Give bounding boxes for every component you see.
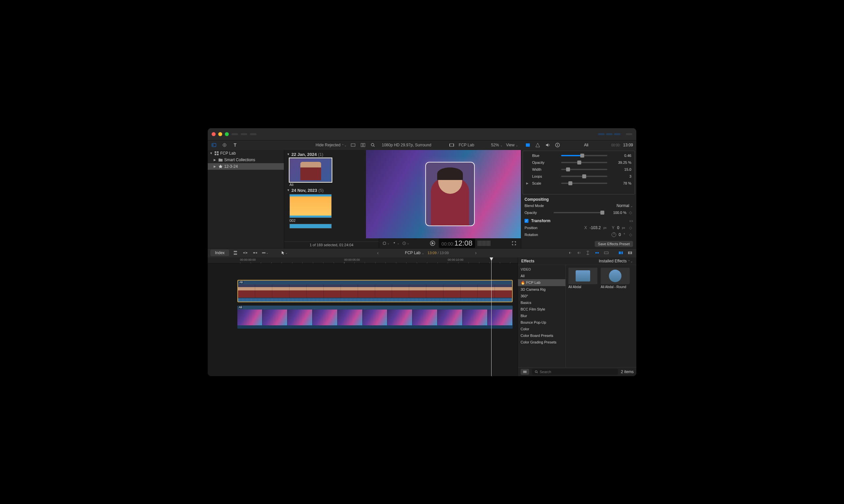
- solo-icon[interactable]: [584, 249, 591, 256]
- effects-search-input[interactable]: [540, 370, 615, 374]
- hide-rejected-dropdown[interactable]: Hide Rejected ⌃⌄: [316, 143, 347, 147]
- keyword-button[interactable]: [241, 133, 247, 135]
- connect-clip-icon[interactable]: [232, 249, 239, 256]
- maximize-window[interactable]: [225, 132, 229, 136]
- inspector-toggle[interactable]: [614, 133, 621, 135]
- inspector-param-row: Opacity 39.25 %: [526, 159, 631, 166]
- effects-category[interactable]: Color Board Presets: [518, 332, 565, 339]
- effects-category[interactable]: 🔥 FCP Lab: [518, 279, 565, 286]
- library-row[interactable]: ▼ FCP Lab: [208, 150, 284, 157]
- effect-preset[interactable]: Ali Abdal - Round: [601, 268, 630, 289]
- history-back-icon[interactable]: ‹: [377, 250, 379, 255]
- audio-skimming-icon[interactable]: [575, 249, 582, 256]
- effects-category[interactable]: Bounce Pop-Up: [518, 319, 565, 326]
- disclosure-icon[interactable]: ▶: [214, 165, 217, 168]
- list-view-icon[interactable]: [359, 141, 366, 149]
- effects-category[interactable]: All: [518, 273, 565, 279]
- retime-tool-icon[interactable]: ⌄: [402, 240, 410, 247]
- effects-thumb-size[interactable]: [521, 369, 529, 375]
- audio-inspector-icon[interactable]: [544, 141, 551, 149]
- date-group-1[interactable]: ▼ 22 Jan, 2024 (1): [287, 152, 376, 157]
- opacity-slider[interactable]: [554, 212, 602, 213]
- snapping-icon[interactable]: [593, 249, 601, 256]
- clip-thumbnail-2[interactable]: 002: [289, 194, 332, 222]
- view-dropdown[interactable]: View ⌄: [506, 143, 518, 147]
- smart-collections-row[interactable]: ▶ Smart Collections: [208, 157, 284, 163]
- param-value[interactable]: 0.46: [610, 154, 631, 158]
- background-tasks-button[interactable]: [250, 133, 256, 135]
- disclosure-icon[interactable]: ▼: [210, 151, 213, 155]
- installed-effects-dropdown[interactable]: Installed Effects ⌃⌄: [599, 259, 633, 263]
- param-slider[interactable]: [561, 162, 607, 163]
- titles-sidebar-icon[interactable]: [231, 141, 239, 149]
- select-tool-icon[interactable]: ⌄: [281, 249, 288, 256]
- rotation-dial[interactable]: [612, 232, 616, 237]
- clip-thumbnail-3[interactable]: [289, 224, 332, 229]
- blend-mode-dropdown[interactable]: Normal ⌄: [616, 203, 633, 208]
- effects-category[interactable]: 3D Camera Rig: [518, 286, 565, 293]
- timeline-ruler[interactable]: 00:00:00:0000:00:05:0000:00:10:00: [208, 257, 518, 263]
- disclosure-icon[interactable]: ▶: [214, 158, 217, 162]
- play-button[interactable]: [429, 240, 436, 247]
- timeline[interactable]: 00:00:00:0000:00:05:0000:00:10:00 Ali Al…: [208, 257, 518, 376]
- timeline-clip-2[interactable]: Ali: [237, 306, 513, 329]
- timeline-project-dropdown[interactable]: FCP Lab ⌄: [405, 251, 424, 255]
- param-value[interactable]: 39.25 %: [610, 161, 631, 164]
- transform-rect-icon[interactable]: ▭: [629, 218, 633, 223]
- transform-tool-icon[interactable]: ⌄: [382, 240, 390, 247]
- param-slider[interactable]: [561, 176, 607, 177]
- color-inspector-icon[interactable]: [534, 141, 541, 149]
- param-slider[interactable]: [561, 169, 607, 170]
- timeline-clip-1[interactable]: Ali: [237, 280, 513, 302]
- fullscreen-icon[interactable]: [510, 240, 518, 247]
- viewer-canvas[interactable]: [366, 150, 521, 238]
- playhead[interactable]: [491, 257, 491, 376]
- position-x-value[interactable]: -103.2: [590, 226, 601, 230]
- photos-sidebar-icon[interactable]: [221, 141, 228, 149]
- info-inspector-icon[interactable]: [554, 141, 561, 149]
- effects-category[interactable]: 360°: [518, 293, 565, 299]
- insert-clip-icon[interactable]: [242, 249, 249, 256]
- position-y-value[interactable]: 0: [617, 226, 619, 230]
- overwrite-clip-icon[interactable]: ⌄: [262, 249, 269, 256]
- param-value[interactable]: 3: [610, 174, 631, 178]
- param-value[interactable]: 15.0: [610, 167, 631, 172]
- effects-browser-icon[interactable]: [617, 249, 625, 256]
- timecode-display[interactable]: 00:00:12:08: [439, 239, 475, 248]
- effects-category[interactable]: BCC Film Style: [518, 306, 565, 312]
- browser-toggle[interactable]: [598, 133, 605, 135]
- minimize-window[interactable]: [218, 132, 222, 136]
- append-clip-icon[interactable]: [252, 249, 259, 256]
- zoom-dropdown[interactable]: 52% ⌄: [491, 143, 503, 147]
- rotation-value[interactable]: 0: [619, 232, 621, 237]
- param-slider[interactable]: [561, 183, 607, 184]
- effects-category[interactable]: Blur: [518, 312, 565, 319]
- date-group-2[interactable]: ▼ 24 Nov, 2023 (5): [287, 188, 376, 193]
- lut-icon[interactable]: [603, 249, 610, 256]
- clip-thumbnail-1[interactable]: Ali: [289, 158, 332, 186]
- share-button[interactable]: [626, 133, 632, 135]
- effects-category[interactable]: Color Grading Presets: [518, 339, 565, 345]
- clip-appearance-icon[interactable]: [349, 141, 357, 149]
- save-effects-preset-button[interactable]: Save Effects Preset: [595, 241, 633, 247]
- effect-preset[interactable]: Ali Abdal: [568, 268, 597, 289]
- param-slider[interactable]: [561, 155, 607, 156]
- search-browser-icon[interactable]: [369, 141, 377, 149]
- effects-search[interactable]: [532, 369, 618, 375]
- index-button[interactable]: Index: [210, 250, 229, 256]
- event-row[interactable]: ▶ 12-3-24: [208, 163, 284, 170]
- effects-category[interactable]: Color: [518, 326, 565, 332]
- param-value[interactable]: 78 %: [610, 181, 631, 185]
- import-button[interactable]: [231, 133, 238, 135]
- effects-category[interactable]: Basics: [518, 299, 565, 306]
- close-window[interactable]: [212, 132, 216, 136]
- opacity-value[interactable]: 100.0 %: [605, 211, 626, 215]
- skimming-icon[interactable]: [566, 249, 573, 256]
- enhance-tool-icon[interactable]: ⌄: [392, 240, 399, 247]
- transitions-browser-icon[interactable]: [626, 249, 634, 256]
- library-sidebar-icon[interactable]: [210, 141, 218, 149]
- timeline-toggle[interactable]: [606, 133, 613, 135]
- transform-checkbox[interactable]: ✓: [524, 219, 528, 223]
- video-inspector-icon[interactable]: [524, 141, 532, 149]
- history-forward-icon[interactable]: ›: [475, 250, 477, 255]
